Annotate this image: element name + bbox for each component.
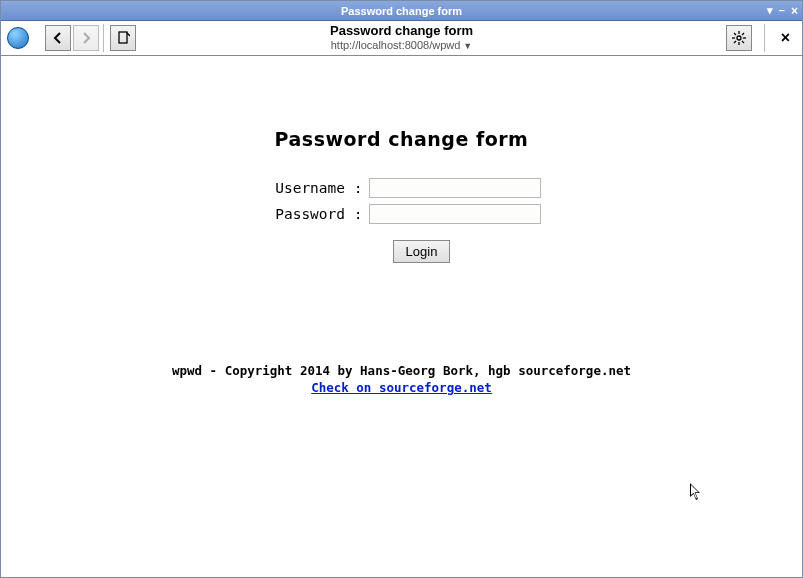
svg-point-1 <box>737 36 741 40</box>
browser-toolbar: Password change form http://localhost:80… <box>1 21 802 56</box>
password-label: Password : <box>263 206 363 222</box>
bookmark-button[interactable] <box>110 25 136 51</box>
username-label: Username : <box>263 180 363 196</box>
svg-line-6 <box>734 33 736 35</box>
url-text: http://localhost:8008/wpwd <box>331 39 461 51</box>
sourceforge-link[interactable]: Check on sourceforge.net <box>311 380 492 395</box>
username-row: Username : <box>1 178 802 198</box>
username-input[interactable] <box>369 178 541 198</box>
toolbar-separator <box>764 24 765 52</box>
login-button[interactable]: Login <box>393 240 451 263</box>
window-minimize-button[interactable]: – <box>779 5 785 16</box>
window-title: Password change form <box>341 5 462 17</box>
toolbar-separator <box>103 24 104 52</box>
page-title-label: Password change form <box>330 24 473 39</box>
url-display[interactable]: http://localhost:8008/wpwd▼ <box>330 39 473 52</box>
password-input[interactable] <box>369 204 541 224</box>
chevron-down-icon: ▼ <box>463 41 472 51</box>
app-window: Password change form ▾ – × Pa <box>0 0 803 578</box>
toolbar-center[interactable]: Password change form http://localhost:80… <box>330 24 473 52</box>
window-pin-button[interactable]: ▾ <box>767 5 773 16</box>
password-row: Password : <box>1 204 802 224</box>
back-button[interactable] <box>45 25 71 51</box>
forward-button[interactable] <box>73 25 99 51</box>
toolbar-left <box>1 24 138 52</box>
page-content: Password change form Username : Password… <box>1 56 802 577</box>
bookmark-icon <box>116 31 130 45</box>
settings-button[interactable] <box>726 25 752 51</box>
page-heading: Password change form <box>1 128 802 150</box>
window-close-button[interactable]: × <box>791 5 798 17</box>
close-tab-button[interactable]: × <box>775 29 796 47</box>
copyright-text: wpwd - Copyright 2014 by Hans-Georg Bork… <box>1 363 802 380</box>
window-controls: ▾ – × <box>767 5 798 17</box>
svg-line-8 <box>742 33 744 35</box>
chevron-left-icon <box>53 32 63 44</box>
footer: wpwd - Copyright 2014 by Hans-Georg Bork… <box>1 363 802 397</box>
svg-line-7 <box>742 41 744 43</box>
toolbar-right: × <box>726 24 796 52</box>
chevron-right-icon <box>81 32 91 44</box>
globe-icon[interactable] <box>7 27 29 49</box>
gear-icon <box>732 31 746 45</box>
titlebar[interactable]: Password change form ▾ – × <box>1 1 802 21</box>
svg-rect-0 <box>119 32 127 43</box>
svg-line-9 <box>734 41 736 43</box>
